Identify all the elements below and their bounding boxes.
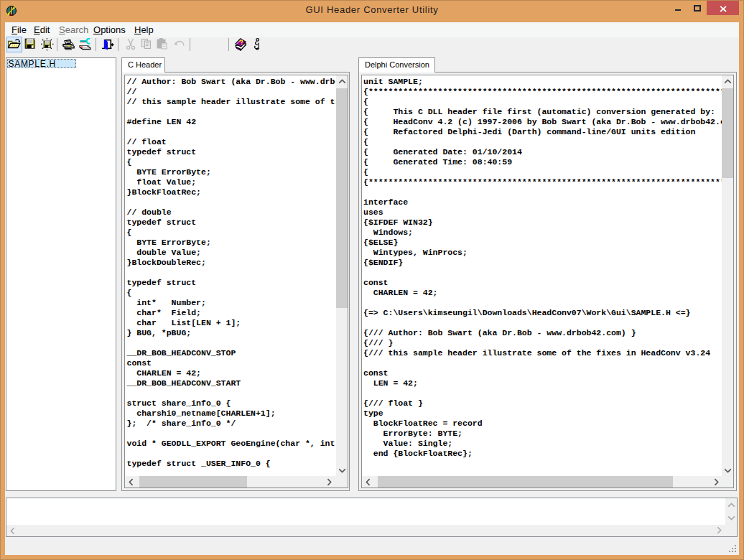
svg-text:?: ? bbox=[238, 38, 244, 47]
